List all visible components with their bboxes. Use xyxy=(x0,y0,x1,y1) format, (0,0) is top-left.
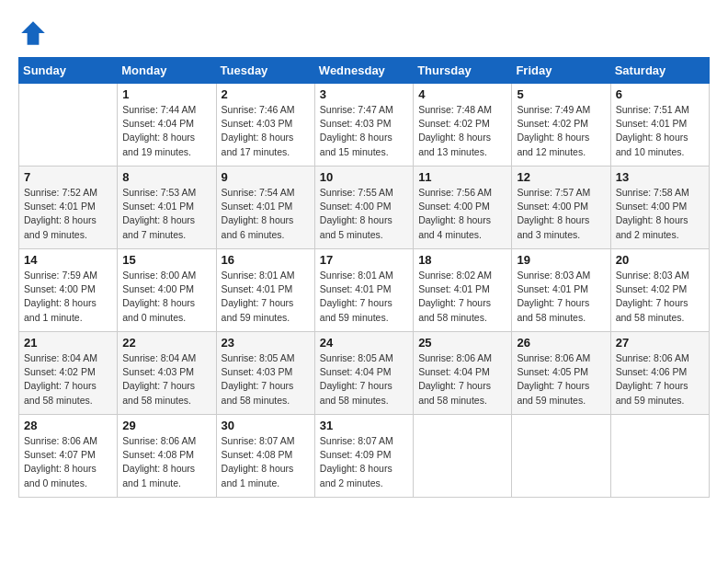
calendar-cell: 27Sunrise: 8:06 AMSunset: 4:06 PMDayligh… xyxy=(610,332,709,415)
calendar-cell: 26Sunrise: 8:06 AMSunset: 4:05 PMDayligh… xyxy=(512,332,610,415)
day-info: Sunrise: 8:06 AMSunset: 4:08 PMDaylight:… xyxy=(122,434,210,490)
day-number: 7 xyxy=(24,170,112,184)
day-number: 2 xyxy=(222,87,310,101)
day-info: Sunrise: 8:07 AMSunset: 4:09 PMDaylight:… xyxy=(320,434,408,490)
calendar-week-1: 1Sunrise: 7:44 AMSunset: 4:04 PMDaylight… xyxy=(19,84,710,167)
day-info: Sunrise: 8:06 AMSunset: 4:05 PMDaylight:… xyxy=(517,351,605,408)
day-number: 25 xyxy=(418,336,506,350)
day-number: 29 xyxy=(122,419,210,432)
weekday-header-row: SundayMondayTuesdayWednesdayThursdayFrid… xyxy=(19,58,710,84)
day-info: Sunrise: 8:01 AMSunset: 4:01 PMDaylight:… xyxy=(222,269,310,325)
day-info: Sunrise: 8:06 AMSunset: 4:06 PMDaylight:… xyxy=(616,351,704,408)
day-number: 21 xyxy=(24,336,112,350)
day-number: 30 xyxy=(222,419,310,432)
calendar-cell: 23Sunrise: 8:05 AMSunset: 4:03 PMDayligh… xyxy=(216,332,314,415)
calendar-table: SundayMondayTuesdayWednesdayThursdayFrid… xyxy=(18,57,710,498)
calendar-cell: 3Sunrise: 7:47 AMSunset: 4:03 PMDaylight… xyxy=(314,84,413,167)
calendar-cell: 24Sunrise: 8:05 AMSunset: 4:04 PMDayligh… xyxy=(314,332,413,415)
svg-marker-0 xyxy=(21,21,45,45)
day-info: Sunrise: 8:06 AMSunset: 4:04 PMDaylight:… xyxy=(418,351,506,408)
day-number: 11 xyxy=(418,170,506,184)
calendar-cell: 2Sunrise: 7:46 AMSunset: 4:03 PMDaylight… xyxy=(216,84,314,167)
day-number: 28 xyxy=(24,419,112,432)
calendar-cell: 9Sunrise: 7:54 AMSunset: 4:01 PMDaylight… xyxy=(216,167,314,249)
calendar-week-4: 21Sunrise: 8:04 AMSunset: 4:02 PMDayligh… xyxy=(19,332,710,415)
day-number: 27 xyxy=(616,336,704,350)
calendar-cell: 29Sunrise: 8:06 AMSunset: 4:08 PMDayligh… xyxy=(118,415,216,498)
day-info: Sunrise: 8:04 AMSunset: 4:02 PMDaylight:… xyxy=(24,351,112,408)
day-info: Sunrise: 7:58 AMSunset: 4:00 PMDaylight:… xyxy=(616,186,704,242)
calendar-header: SundayMondayTuesdayWednesdayThursdayFrid… xyxy=(19,58,710,84)
day-info: Sunrise: 7:56 AMSunset: 4:00 PMDaylight:… xyxy=(418,186,506,242)
calendar-cell: 11Sunrise: 7:56 AMSunset: 4:00 PMDayligh… xyxy=(414,167,512,249)
day-number: 1 xyxy=(122,87,210,101)
day-info: Sunrise: 7:44 AMSunset: 4:04 PMDaylight:… xyxy=(122,103,210,159)
day-info: Sunrise: 8:00 AMSunset: 4:00 PMDaylight:… xyxy=(122,269,210,325)
calendar-cell: 8Sunrise: 7:53 AMSunset: 4:01 PMDaylight… xyxy=(118,167,216,249)
day-info: Sunrise: 7:59 AMSunset: 4:00 PMDaylight:… xyxy=(24,269,112,325)
day-info: Sunrise: 7:57 AMSunset: 4:00 PMDaylight:… xyxy=(517,186,605,242)
calendar-body: 1Sunrise: 7:44 AMSunset: 4:04 PMDaylight… xyxy=(19,84,710,498)
calendar-cell: 20Sunrise: 8:03 AMSunset: 4:02 PMDayligh… xyxy=(610,249,709,332)
calendar-cell: 4Sunrise: 7:48 AMSunset: 4:02 PMDaylight… xyxy=(414,84,512,167)
calendar-cell: 18Sunrise: 8:02 AMSunset: 4:01 PMDayligh… xyxy=(414,249,512,332)
day-number: 16 xyxy=(222,253,310,267)
day-info: Sunrise: 7:54 AMSunset: 4:01 PMDaylight:… xyxy=(222,186,310,242)
calendar-cell: 5Sunrise: 7:49 AMSunset: 4:02 PMDaylight… xyxy=(512,84,610,167)
day-number: 26 xyxy=(517,336,605,350)
day-info: Sunrise: 8:05 AMSunset: 4:04 PMDaylight:… xyxy=(320,351,408,408)
day-info: Sunrise: 8:03 AMSunset: 4:01 PMDaylight:… xyxy=(517,269,605,325)
calendar-cell: 1Sunrise: 7:44 AMSunset: 4:04 PMDaylight… xyxy=(118,84,216,167)
calendar-cell: 22Sunrise: 8:04 AMSunset: 4:03 PMDayligh… xyxy=(118,332,216,415)
weekday-header-friday: Friday xyxy=(512,58,610,84)
weekday-header-sunday: Sunday xyxy=(19,58,118,84)
calendar-cell: 14Sunrise: 7:59 AMSunset: 4:00 PMDayligh… xyxy=(19,249,118,332)
calendar-cell xyxy=(414,415,512,498)
calendar-cell: 19Sunrise: 8:03 AMSunset: 4:01 PMDayligh… xyxy=(512,249,610,332)
calendar-cell: 30Sunrise: 8:07 AMSunset: 4:08 PMDayligh… xyxy=(216,415,314,498)
logo xyxy=(18,18,51,48)
weekday-header-saturday: Saturday xyxy=(610,58,709,84)
day-number: 8 xyxy=(122,170,210,184)
calendar-week-5: 28Sunrise: 8:06 AMSunset: 4:07 PMDayligh… xyxy=(19,415,710,498)
day-number: 13 xyxy=(616,170,704,184)
day-info: Sunrise: 7:47 AMSunset: 4:03 PMDaylight:… xyxy=(320,103,408,159)
day-number: 22 xyxy=(122,336,210,350)
calendar-cell: 17Sunrise: 8:01 AMSunset: 4:01 PMDayligh… xyxy=(314,249,413,332)
calendar-cell: 12Sunrise: 7:57 AMSunset: 4:00 PMDayligh… xyxy=(512,167,610,249)
calendar-cell xyxy=(610,415,709,498)
day-info: Sunrise: 7:52 AMSunset: 4:01 PMDaylight:… xyxy=(24,186,112,242)
day-number: 6 xyxy=(616,87,704,101)
day-number: 24 xyxy=(320,336,408,350)
day-number: 23 xyxy=(222,336,310,350)
day-info: Sunrise: 8:01 AMSunset: 4:01 PMDaylight:… xyxy=(320,269,408,325)
weekday-header-thursday: Thursday xyxy=(414,58,512,84)
calendar-cell: 28Sunrise: 8:06 AMSunset: 4:07 PMDayligh… xyxy=(19,415,118,498)
day-number: 17 xyxy=(320,253,408,267)
day-info: Sunrise: 8:03 AMSunset: 4:02 PMDaylight:… xyxy=(616,269,704,325)
day-number: 3 xyxy=(320,87,408,101)
calendar-cell: 25Sunrise: 8:06 AMSunset: 4:04 PMDayligh… xyxy=(414,332,512,415)
day-number: 31 xyxy=(320,419,408,432)
day-number: 5 xyxy=(517,87,605,101)
calendar-week-2: 7Sunrise: 7:52 AMSunset: 4:01 PMDaylight… xyxy=(19,167,710,249)
calendar-cell: 7Sunrise: 7:52 AMSunset: 4:01 PMDaylight… xyxy=(19,167,118,249)
day-info: Sunrise: 8:06 AMSunset: 4:07 PMDaylight:… xyxy=(24,434,112,490)
page-header xyxy=(18,18,710,48)
day-info: Sunrise: 7:48 AMSunset: 4:02 PMDaylight:… xyxy=(418,103,506,159)
calendar-cell xyxy=(512,415,610,498)
day-number: 4 xyxy=(418,87,506,101)
day-info: Sunrise: 8:07 AMSunset: 4:08 PMDaylight:… xyxy=(222,434,310,490)
day-info: Sunrise: 7:46 AMSunset: 4:03 PMDaylight:… xyxy=(222,103,310,159)
logo-icon xyxy=(18,18,48,48)
day-number: 18 xyxy=(418,253,506,267)
weekday-header-tuesday: Tuesday xyxy=(216,58,314,84)
day-number: 12 xyxy=(517,170,605,184)
calendar-cell: 10Sunrise: 7:55 AMSunset: 4:00 PMDayligh… xyxy=(314,167,413,249)
weekday-header-monday: Monday xyxy=(118,58,216,84)
day-number: 15 xyxy=(122,253,210,267)
day-info: Sunrise: 8:05 AMSunset: 4:03 PMDaylight:… xyxy=(222,351,310,408)
calendar-week-3: 14Sunrise: 7:59 AMSunset: 4:00 PMDayligh… xyxy=(19,249,710,332)
day-number: 10 xyxy=(320,170,408,184)
calendar-cell: 15Sunrise: 8:00 AMSunset: 4:00 PMDayligh… xyxy=(118,249,216,332)
